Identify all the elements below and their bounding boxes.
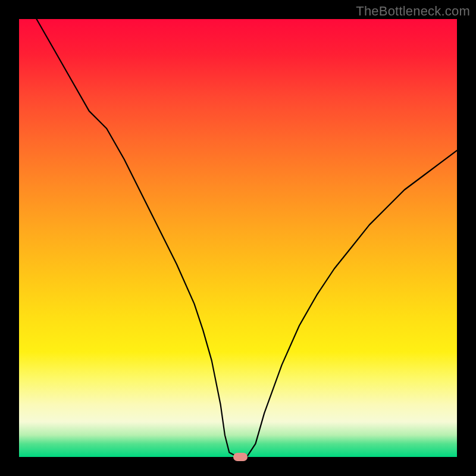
bottleneck-curve — [19, 19, 457, 457]
minimum-marker — [233, 453, 248, 461]
chart-frame: TheBottleneck.com — [0, 0, 476, 476]
watermark-text: TheBottleneck.com — [356, 4, 470, 19]
plot-area — [19, 19, 457, 457]
